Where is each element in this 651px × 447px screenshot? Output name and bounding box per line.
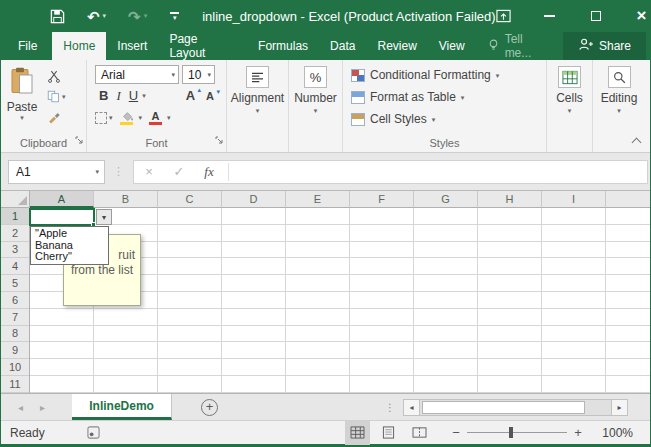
save-icon[interactable] [49,8,65,24]
page-break-view-button[interactable] [407,421,432,445]
minimize-button[interactable] [542,8,558,24]
collapse-ribbon-icon[interactable] [632,136,640,144]
decrease-font-size-button[interactable]: A▾ [201,90,220,102]
macro-record-icon[interactable] [87,426,100,439]
tab-insert[interactable]: Insert [106,32,158,60]
column-header-a[interactable]: A [30,191,94,208]
cell-dropdown-button[interactable]: ▾ [96,209,112,225]
enter-check-icon[interactable]: ✓ [164,164,194,179]
column-header-c[interactable]: C [158,191,222,208]
tab-formulas[interactable]: Formulas [247,32,319,60]
fill-color-button[interactable]: ▾ [117,111,143,125]
maximize-button[interactable] [588,8,604,24]
row-header-9[interactable]: 9 [1,342,29,359]
row-header-4[interactable]: 4 [1,258,29,275]
font-color-icon: A [149,111,162,125]
select-all-button[interactable] [1,191,30,208]
editing-menu-button[interactable]: Editing ▾ [593,60,645,114]
share-button[interactable]: Share [563,32,646,60]
horizontal-scroll-thumb[interactable] [422,401,585,414]
cell-a1-selection-border[interactable] [29,208,95,226]
cancel-icon[interactable]: × [134,164,164,179]
new-sheet-button[interactable]: + [201,399,218,416]
alignment-dropdown-icon: ▾ [256,107,260,114]
paste-dropdown-icon[interactable]: ▾ [20,114,24,121]
normal-view-button[interactable] [345,421,370,445]
increase-font-size-button[interactable]: A▴ [181,88,201,103]
font-size-dropdown-icon: ▾ [207,71,211,78]
column-header-h[interactable]: H [478,191,542,208]
column-header-g[interactable]: G [414,191,478,208]
dropdown-item-apple[interactable]: "Apple [31,228,108,240]
name-box[interactable]: A1 ▾ [8,160,105,184]
row-header-5[interactable]: 5 [1,275,29,292]
formula-input[interactable] [233,161,647,183]
copy-dropdown-icon[interactable]: ▾ [62,93,66,100]
zoom-percentage[interactable]: 100% [597,426,633,440]
undo-button[interactable]: ↶ ▾ [87,9,106,24]
tab-view[interactable]: View [428,32,476,60]
font-size-select[interactable]: 10 ▾ [182,65,215,84]
horizontal-scrollbar[interactable]: ◂ ▸ [403,399,628,416]
conditional-formatting-button[interactable]: Conditional Formatting ▾ [351,64,546,86]
underline-button[interactable]: U [125,88,142,103]
format-painter-button[interactable] [43,110,83,125]
row-header-8[interactable]: 8 [1,326,29,343]
zoom-slider[interactable] [467,432,567,433]
tab-home[interactable]: Home [52,32,106,60]
format-as-table-button[interactable]: Format as Table ▾ [351,86,546,108]
bold-button[interactable]: B [95,88,112,103]
font-name-select[interactable]: Arial ▾ [95,65,179,84]
row-header-2[interactable]: 2 [1,225,29,242]
sheet-tab-inlinedemo[interactable]: InlineDemo [72,394,172,420]
cut-button[interactable] [43,68,83,83]
column-header-filler [606,191,651,208]
previous-sheet-icon[interactable]: ◂ [18,402,23,413]
redo-button[interactable]: ↷ ▾ [128,9,147,24]
name-box-dropdown-icon[interactable]: ▾ [95,168,99,175]
dropdown-item-cherry[interactable]: Cherry" [31,251,108,263]
next-sheet-icon[interactable]: ▸ [40,402,45,413]
column-header-f[interactable]: F [350,191,414,208]
row-header-7[interactable]: 7 [1,309,29,326]
zoom-in-icon[interactable]: + [571,425,585,440]
number-menu-button[interactable]: % Number ▾ [289,60,342,114]
alignment-menu-button[interactable]: Alignment ▾ [227,60,288,114]
row-header-11[interactable]: 11 [1,376,29,393]
underline-dropdown-icon[interactable]: ▾ [142,92,146,99]
zoom-out-icon[interactable]: − [449,425,463,440]
column-header-i[interactable]: I [542,191,606,208]
customize-quick-access-button[interactable]: ▾ [169,12,180,21]
tab-file[interactable]: File [3,32,52,60]
tab-review[interactable]: Review [366,32,427,60]
close-button[interactable]: × [634,8,650,24]
row-header-1[interactable]: 1 [1,208,29,225]
column-header-d[interactable]: D [222,191,286,208]
cell-styles-button[interactable]: Cell Styles ▾ [351,108,546,130]
tab-data[interactable]: Data [319,32,366,60]
font-dialog-launcher[interactable] [215,130,223,148]
tab-page-layout[interactable]: Page Layout [158,32,247,60]
row-header-6[interactable]: 6 [1,292,29,309]
row-header-10[interactable]: 10 [1,359,29,376]
copy-button[interactable]: ▾ [43,89,83,104]
italic-button[interactable]: I [112,88,124,104]
undo-dropdown-icon[interactable]: ▾ [103,12,107,20]
redo-dropdown-icon[interactable]: ▾ [144,12,148,20]
font-color-button[interactable]: A ▾ [146,111,171,125]
column-header-b[interactable]: B [94,191,158,208]
insert-function-icon[interactable]: fx [194,164,224,180]
scroll-right-icon[interactable]: ▸ [611,400,627,415]
cells-menu-button[interactable]: Cells ▾ [547,60,592,114]
ribbon-display-options-button[interactable] [496,8,512,24]
row-headers: 1 2 3 4 5 6 7 8 9 10 11 [1,208,30,393]
zoom-slider-thumb[interactable] [509,427,513,438]
scroll-left-icon[interactable]: ◂ [404,400,420,415]
page-layout-view-button[interactable] [376,421,401,445]
row-header-3[interactable]: 3 [1,242,29,259]
status-mode-label: Ready [10,426,45,440]
column-header-e[interactable]: E [286,191,350,208]
borders-button[interactable]: ▾ [95,112,113,124]
clipboard-dialog-launcher[interactable] [75,130,83,148]
tab-tell-me[interactable]: Tell me... [476,32,563,60]
